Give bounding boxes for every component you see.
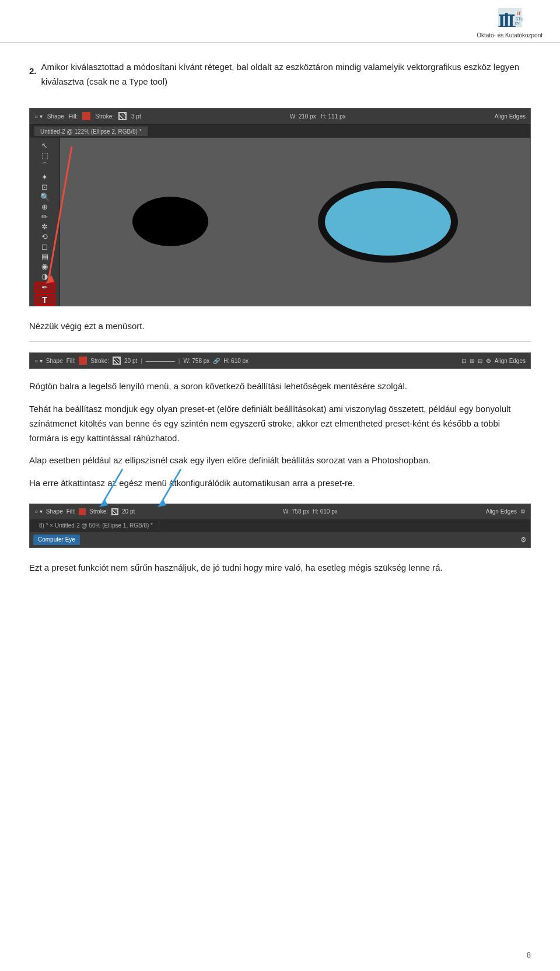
ps2-stroke-pt: 20 pt: [124, 358, 137, 364]
ps2-align-text: Align Edges: [495, 358, 526, 364]
ps3-shape: Shape: [46, 508, 63, 515]
section2-text: Amikor kiválasztottad a módosítani kíván…: [41, 60, 531, 89]
para3: Alap esetben például az ellipszisnél csa…: [29, 453, 531, 468]
ps2-stroke-swatch: [113, 357, 121, 365]
ps3-tabs: 8) * × Untitled-2 @ 50% (Ellipse 1, RGB/…: [30, 519, 530, 532]
main-content: 2. Amikor kiválasztottad a módosítani kí…: [0, 43, 560, 607]
svg-rect-5: [498, 26, 515, 27]
ps3-h: H: 610 px: [313, 508, 338, 515]
ps3-row-gear: ⚙: [520, 536, 527, 544]
ps3-fill-color: [79, 508, 86, 515]
ps3-stroke-pt: 20 pt: [122, 508, 135, 515]
ps2-fill-color: [79, 357, 87, 365]
ps2-align-icon2: ⊞: [470, 358, 474, 364]
ps-stroke-label: Stroke:: [95, 113, 114, 120]
ps-topbar-1: ○ ▾ Shape Fill: Stroke: 3 pt W: 210 px H…: [30, 109, 530, 125]
ps2-gear: ⚙: [486, 358, 491, 364]
ps2-align-icon3: ⊟: [478, 358, 482, 364]
ps2-shape: Shape: [46, 358, 63, 364]
svg-text:DY: DY: [515, 22, 520, 25]
ps-stroke-pt: 3 pt: [131, 113, 141, 120]
ps3-align: Align Edges: [486, 508, 517, 515]
logo-icon: IT STU DY: [495, 6, 524, 32]
ellipse-black: [132, 197, 208, 246]
logo: IT STU DY Oktató- és Kutatóközpont: [477, 6, 542, 39]
ps-screenshot-3: ○ ▾ Shape Fill: Stroke: 20 pt W: 758 px …: [29, 504, 531, 548]
ps-preset-computer-eye[interactable]: Computer Eye: [33, 535, 80, 545]
ps-shape-label: ○ ▾: [34, 113, 43, 120]
divider-1: [29, 341, 531, 342]
ps-tab-1: Untitled-2 @ 122% (Ellipse 2, RGB/8) *: [34, 127, 148, 136]
ps-screenshot-1: ○ ▾ Shape Fill: Stroke: 3 pt W: 210 px H…: [29, 108, 531, 306]
ps3-stroke-swatch: [111, 508, 118, 515]
ps-fill-label: Fill:: [69, 113, 78, 120]
ps-screenshot-2: ○ ▾ Shape Fill: Stroke: 20 pt | ————— | …: [29, 352, 531, 369]
logo-subtitle: Oktató- és Kutatóközpont: [477, 32, 542, 39]
red-arrow: [43, 141, 83, 306]
para5: Ezt a preset funkciót nem sűrűn használj…: [29, 561, 531, 575]
ps2-w: W: 758 px: [183, 358, 209, 364]
ps2-fill: Fill:: [66, 358, 76, 364]
ps2-h: H: 610 px: [223, 358, 249, 364]
para4: Ha erre átkattintasz az egész menü átkon…: [29, 476, 531, 491]
ps3-w: W: 758 px: [283, 508, 309, 515]
ps-w: W: 210 px: [290, 113, 316, 120]
ps-fill-color: [82, 112, 90, 120]
svg-text:STU: STU: [515, 17, 523, 21]
ps-shape-text: Shape: [47, 113, 64, 120]
ps3-circle: ○ ▾: [34, 508, 43, 515]
svg-text:IT: IT: [516, 11, 520, 16]
para1: Rögtön balra a legelső lenyíló menü, a s…: [29, 379, 531, 394]
svg-rect-4: [499, 15, 514, 16]
menuort-text: Nézzük végig ezt a menüsort.: [29, 319, 531, 334]
ps2-stroke: Stroke:: [90, 358, 109, 364]
ps3-tab1: 8) * × Untitled-2 @ 50% (Ellipse 1, RGB/…: [33, 521, 159, 530]
ps3-preset-row: Computer Eye ⚙: [30, 532, 530, 547]
ps-tab-bar-1: Untitled-2 @ 122% (Ellipse 2, RGB/8) *: [30, 125, 530, 138]
ps3-fill: Fill:: [66, 508, 76, 515]
header: IT STU DY Oktató- és Kutatóközpont: [0, 0, 560, 43]
ps3-topbar: ○ ▾ Shape Fill: Stroke: 20 pt W: 758 px …: [30, 504, 530, 519]
ps2-circle: ○ ▾: [34, 358, 43, 364]
ps2-align-icon1: ⊡: [461, 358, 466, 364]
section-number: 2.: [29, 66, 37, 90]
ps-stroke-swatch: [118, 112, 127, 120]
page-number: 8: [527, 951, 531, 959]
section2-header: 2. Amikor kiválasztottad a módosítani kí…: [29, 60, 531, 97]
svg-rect-1: [500, 15, 503, 26]
ps-h: H: 111 px: [321, 113, 346, 120]
ps3-stroke: Stroke:: [89, 508, 108, 515]
svg-rect-3: [510, 15, 513, 26]
ps2-dash: —————: [146, 358, 175, 364]
ps2-link: 🔗: [213, 358, 220, 364]
ps-align: Align Edges: [495, 113, 526, 120]
para2: Tehát ha beállítasz mondjuk egy olyan pr…: [29, 402, 531, 445]
ps3-gear: ⚙: [520, 508, 526, 515]
svg-line-9: [48, 146, 72, 281]
ellipse-blue: [318, 181, 458, 263]
ps-canvas-1: [60, 138, 530, 306]
